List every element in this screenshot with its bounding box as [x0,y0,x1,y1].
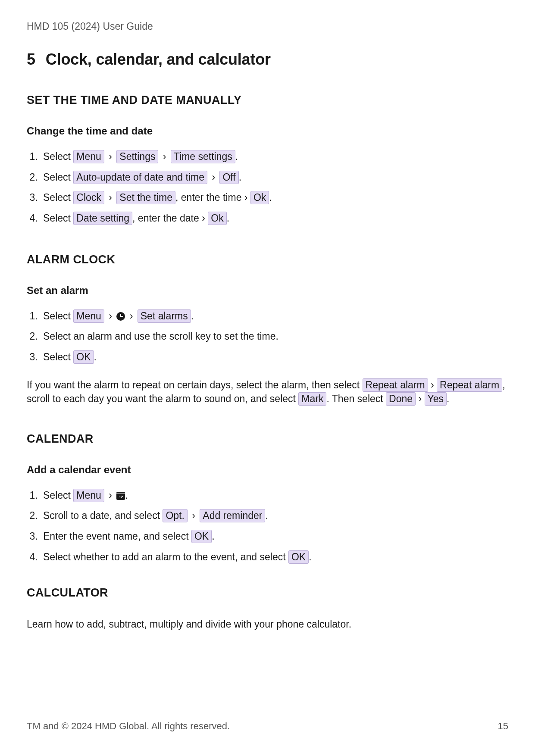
ui-label: Off [219,171,238,184]
step-text: Select [43,351,73,362]
steps-change-time-date: Select Menu › Settings › Time settings. … [27,149,508,226]
step-text: . [227,212,229,224]
step-text: . [239,172,241,183]
step-text: Select [43,212,73,224]
clock-icon [116,312,125,321]
step-item: Select Clock › Set the time, enter the t… [41,190,508,206]
step-text: Select [43,192,73,203]
step-text: . [94,351,97,362]
para-text: . [447,393,449,404]
ui-label: Auto-update of date and time [73,171,207,184]
step-text: . [191,310,194,322]
step-text: Select [43,490,73,501]
step-text: Enter the event name, and select [43,531,191,542]
para-text: . Then select [326,393,386,404]
step-text: Select [43,172,73,183]
ui-label: Mark [298,392,326,406]
step-text: . [269,192,272,203]
step-item: Select Menu › › Set alarms. [41,309,508,324]
para-text: › [416,393,424,404]
chevron-icon: › [128,309,135,324]
calendar-icon [116,492,125,500]
section-heading-calendar: CALENDAR [27,432,508,446]
step-item: Select whether to add an alarm to the ev… [41,550,508,565]
para-text: › [428,379,437,390]
step-item: Select Auto-update of date and time › Of… [41,170,508,185]
chapter-number: 5 [27,50,35,69]
ui-label: Set alarms [138,309,191,323]
chevron-icon: › [190,508,197,524]
footer-copyright: TM and © 2024 HMD Global. All rights res… [27,721,230,732]
step-item: Select OK. [41,350,508,365]
step-item: Select an alarm and use the scroll key t… [41,329,508,344]
footer-page-number: 15 [498,721,508,732]
step-text: , enter the time › [175,192,247,203]
ui-label: Set the time [116,191,175,204]
step-text: Select [43,310,73,322]
step-item: Scroll to a date, and select Opt. › Add … [41,508,508,524]
ui-label: OK [73,350,94,364]
chevron-icon: › [107,488,114,503]
step-text: Select [43,151,73,162]
step-text: . [125,490,128,501]
ui-label: Ok [208,212,226,225]
step-text: , enter the date › [132,212,205,224]
ui-label: Yes [425,392,447,406]
step-text: Select whether to add an alarm to the ev… [43,551,288,562]
ui-label: Time settings [171,150,235,163]
ui-label: Menu [73,150,104,163]
ui-label: Date setting [73,212,132,225]
ui-label: Repeat alarm [437,378,502,392]
step-text: Scroll to a date, and select [43,510,163,521]
ui-label: OK [288,550,309,564]
ui-label: Menu [73,489,104,502]
step-text: . [235,151,238,162]
steps-add-event: Select Menu › . Scroll to a date, and se… [27,488,508,565]
section-heading-time-date: SET THE TIME AND DATE MANUALLY [27,94,508,107]
ui-label: Menu [73,309,104,323]
step-text: . [212,531,214,542]
chapter-title: Clock, calendar, and calculator [46,50,271,68]
para-text: If you want the alarm to repeat on certa… [27,379,363,390]
chevron-icon: › [107,309,114,324]
step-item: Enter the event name, and select OK. [41,529,508,544]
ui-label: Settings [116,150,158,163]
ui-label: Repeat alarm [363,378,428,392]
chapter-heading: 5Clock, calendar, and calculator [27,50,508,69]
ui-label: Ok [250,191,269,204]
document-title: HMD 105 (2024) User Guide [27,21,508,32]
ui-label: Done [386,392,416,406]
subsection-add-event: Add a calendar event [27,464,508,476]
section-heading-alarm: ALARM CLOCK [27,253,508,266]
ui-label: Opt. [163,509,187,522]
steps-set-alarm: Select Menu › › Set alarms. Select an al… [27,309,508,365]
calculator-paragraph: Learn how to add, subtract, multiply and… [27,618,508,631]
ui-label: Clock [73,191,104,204]
subsection-change-time-date: Change the time and date [27,125,508,137]
section-heading-calculator: CALCULATOR [27,586,508,600]
chevron-icon: › [161,149,168,165]
chevron-icon: › [210,170,217,185]
subsection-set-alarm: Set an alarm [27,284,508,297]
step-text: . [309,551,311,562]
step-item: Select Date setting, enter the date › Ok… [41,211,508,226]
ui-label: OK [191,530,212,543]
step-text: Select an alarm and use the scroll key t… [43,331,278,342]
step-text: . [265,510,268,521]
chevron-icon: › [107,190,114,206]
ui-label: Add reminder [200,509,265,522]
step-item: Select Menu › Settings › Time settings. [41,149,508,165]
chevron-icon: › [107,149,114,165]
step-item: Select Menu › . [41,488,508,503]
page-footer: TM and © 2024 HMD Global. All rights res… [27,721,508,732]
alarm-repeat-paragraph: If you want the alarm to repeat on certa… [27,378,508,405]
